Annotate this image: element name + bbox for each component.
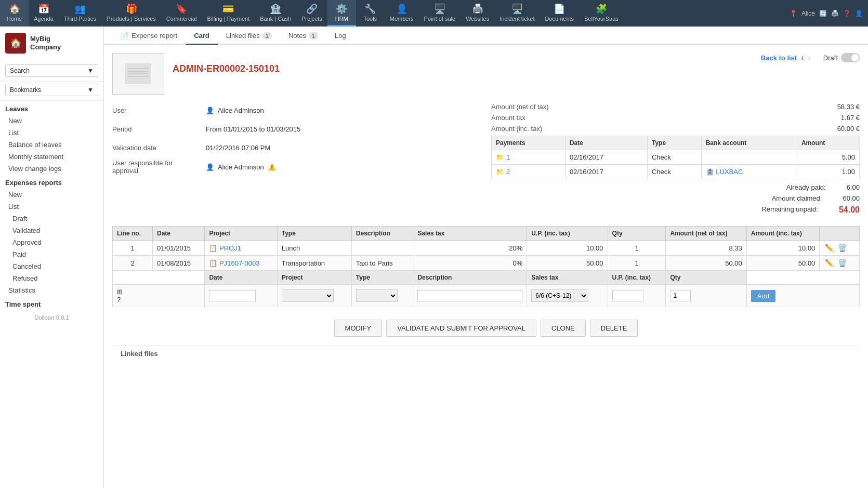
line-up-1: 10.00 bbox=[527, 241, 608, 256]
payments-col-amount: Amount bbox=[797, 136, 859, 150]
user-icon[interactable]: 👤 bbox=[855, 10, 863, 17]
company-logo: 🏠 MyBig Company bbox=[0, 27, 103, 60]
help-icon[interactable]: ❓ bbox=[843, 10, 851, 17]
sidebar-item-expenses-canceled[interactable]: Canceled bbox=[0, 260, 103, 272]
leaves-section-title: Leaves bbox=[0, 101, 103, 115]
payment-row-2: 📁2 02/16/2017 Check 🏦 LUXBAC 1.00 bbox=[492, 165, 860, 179]
line-sales-tax-2: 0% bbox=[413, 256, 527, 271]
sidebar-item-expenses-statistics[interactable]: Statistics bbox=[0, 284, 103, 296]
refresh-icon[interactable]: 🔄 bbox=[819, 10, 827, 17]
nav-agenda[interactable]: 📅 Agenda bbox=[29, 0, 59, 27]
top-navigation: 🏠 Home 📅 Agenda 👥 Third Parties 🎁 Produc… bbox=[0, 0, 868, 27]
user-link[interactable]: Alice Adminson bbox=[218, 107, 264, 114]
nav-documents[interactable]: 📄 Documents bbox=[540, 0, 579, 27]
sidebar-item-leaves-new[interactable]: New bbox=[0, 115, 103, 127]
sidebar-item-expenses-new[interactable]: New bbox=[0, 189, 103, 201]
third-parties-icon: 👥 bbox=[74, 3, 86, 15]
sidebar-item-expenses-list[interactable]: List bbox=[0, 201, 103, 213]
record-id: ADMIN-ER00002-150101 bbox=[173, 63, 280, 74]
bookmarks-dropdown[interactable]: Bookmarks ▼ bbox=[5, 84, 98, 96]
responsible-link[interactable]: Alice Adminson bbox=[218, 163, 264, 171]
nav-projects[interactable]: 🔗 Projects bbox=[296, 0, 327, 27]
validate-submit-button[interactable]: VALIDATE AND SUBMIT FOR APPROVAL bbox=[386, 320, 536, 337]
draft-toggle-switch[interactable] bbox=[841, 53, 860, 62]
commercial-icon: 🔖 bbox=[176, 3, 187, 15]
nav-tools[interactable]: 🔧 Tools bbox=[356, 0, 385, 27]
nav-sellyoursaas[interactable]: 🧩 SellYourSaas bbox=[579, 0, 624, 27]
nav-third-parties[interactable]: 👥 Third Parties bbox=[59, 0, 101, 27]
back-to-list-link[interactable]: Back to list bbox=[761, 54, 797, 62]
project-icon-1: 📋 bbox=[209, 244, 217, 252]
tab-expense-report[interactable]: 📄 Expense report bbox=[112, 27, 186, 45]
sidebar-item-expenses-refused[interactable]: Refused bbox=[0, 272, 103, 284]
sidebar-item-expenses-approved[interactable]: Approved bbox=[0, 236, 103, 248]
nav-billing-payment[interactable]: 💳 Billing | Payment bbox=[202, 0, 255, 27]
tab-linked-files[interactable]: Linked files 1 bbox=[218, 27, 280, 45]
bank-link-2[interactable]: LUXBAC bbox=[716, 168, 743, 176]
linked-files-badge: 1 bbox=[262, 32, 272, 39]
modify-button[interactable]: MODIFY bbox=[334, 320, 383, 337]
payment-type-2: Check bbox=[647, 165, 701, 179]
payment-bank-2: 🏦 LUXBAC bbox=[701, 165, 797, 179]
tab-log[interactable]: Log bbox=[326, 27, 354, 45]
edit-icon-1[interactable]: ✏️ bbox=[825, 244, 834, 252]
add-description-input[interactable] bbox=[417, 290, 522, 301]
nav-home[interactable]: 🏠 Home bbox=[0, 0, 29, 27]
nav-incident-ticket[interactable]: 🖥️ Incident ticket bbox=[494, 0, 540, 27]
sidebar-item-leaves-monthly[interactable]: Monthly statement bbox=[0, 151, 103, 163]
nav-products-services[interactable]: 🎁 Products | Services bbox=[101, 0, 161, 27]
nav-members[interactable]: 👤 Members bbox=[385, 0, 419, 27]
fields-left: User 👤 Alice Adminson Period From 01/01/… bbox=[112, 103, 481, 218]
nav-point-of-sale[interactable]: 🖥️ Point of sale bbox=[419, 0, 461, 27]
add-tax-select[interactable]: 6/6 (C+S-12) bbox=[531, 289, 588, 302]
payment-link-2[interactable]: 2 bbox=[506, 168, 510, 176]
nav-commercial[interactable]: 🔖 Commercial bbox=[161, 0, 202, 27]
project-icon-2: 📋 bbox=[209, 259, 217, 267]
add-col-sales-tax: Sales tax bbox=[527, 271, 608, 285]
col-type: Type bbox=[277, 227, 351, 241]
folder-icon-1: 📁 bbox=[496, 153, 504, 161]
edit-icon-2[interactable]: ✏️ bbox=[825, 259, 834, 267]
payment-link-1[interactable]: 1 bbox=[506, 153, 510, 161]
sidebar-item-expenses-paid[interactable]: Paid bbox=[0, 248, 103, 260]
table-icon: ⊞ bbox=[117, 288, 123, 296]
project-link-1[interactable]: PROJ1 bbox=[219, 244, 241, 252]
add-line-button[interactable]: Add bbox=[751, 290, 775, 302]
amount-claimed-row: Amount claimed: 60.00 bbox=[491, 194, 860, 202]
delete-icon-1[interactable]: 🗑️ bbox=[838, 244, 847, 252]
amount-net-tax-value: 58.33 € bbox=[837, 103, 860, 111]
add-type-select[interactable] bbox=[356, 289, 398, 302]
sidebar-item-leaves-list[interactable]: List bbox=[0, 127, 103, 139]
tab-notes[interactable]: Notes 1 bbox=[280, 27, 326, 45]
expenses-section-title: Expenses reports bbox=[0, 175, 103, 189]
delete-icon-2[interactable]: 🗑️ bbox=[838, 259, 847, 267]
add-qty-input[interactable] bbox=[670, 290, 691, 301]
clone-button[interactable]: CLONE bbox=[541, 320, 586, 337]
line-amount-net-1: 8.33 bbox=[666, 241, 746, 256]
tabs-bar: 📄 Expense report Card Linked files 1 Not… bbox=[104, 27, 868, 45]
project-link-2[interactable]: PJ1607-0003 bbox=[219, 259, 259, 267]
col-project: Project bbox=[205, 227, 277, 241]
nav-hrm[interactable]: ⚙️ HRM bbox=[327, 0, 356, 27]
add-project-select[interactable] bbox=[282, 289, 334, 302]
search-dropdown[interactable]: Search ▼ bbox=[5, 64, 98, 77]
add-date-input[interactable] bbox=[209, 290, 256, 301]
sidebar-item-expenses-draft[interactable]: Draft bbox=[0, 213, 103, 225]
nav-websites[interactable]: 🖨️ Websites bbox=[461, 0, 494, 27]
next-arrow[interactable]: › bbox=[808, 53, 811, 62]
add-up-input[interactable] bbox=[612, 290, 643, 301]
documents-icon: 📄 bbox=[554, 3, 565, 15]
user-avatar-icon: 👤 bbox=[206, 107, 214, 114]
sidebar-item-leaves-balance[interactable]: Balance of leaves bbox=[0, 139, 103, 151]
line-up-2: 50.00 bbox=[527, 256, 608, 271]
print-icon[interactable]: 🖨️ bbox=[831, 10, 839, 17]
prev-arrow[interactable]: ‹ bbox=[801, 53, 804, 62]
line-date-2: 01/08/2015 bbox=[153, 256, 205, 271]
sidebar-item-leaves-changelog[interactable]: View change logs bbox=[0, 163, 103, 175]
tab-card[interactable]: Card bbox=[186, 27, 218, 45]
version-label: Dolibarr 8.0.1 bbox=[0, 310, 103, 325]
delete-button[interactable]: DELETE bbox=[590, 320, 638, 337]
line-type-1: Lunch bbox=[277, 241, 351, 256]
nav-bank-cash[interactable]: 🏦 Bank | Cash bbox=[255, 0, 296, 27]
sidebar-item-expenses-validated[interactable]: Validated bbox=[0, 225, 103, 236]
